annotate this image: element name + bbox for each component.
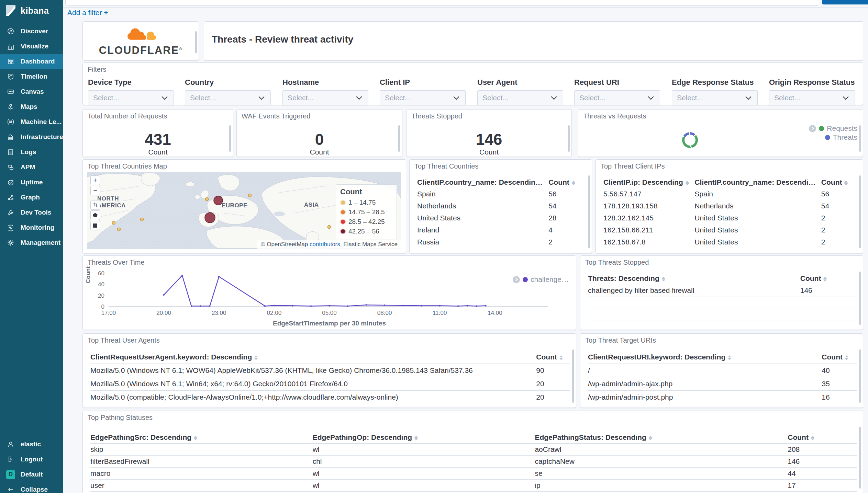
sidebar-item-default-space[interactable]: D Default <box>0 467 63 482</box>
sidebar-item-monitoring[interactable]: Monitoring <box>0 220 63 235</box>
table-row[interactable]: /wp-admin/admin-post.php16 <box>588 391 857 404</box>
legend-toggle-icon[interactable] <box>809 125 816 132</box>
filter-hostname: Hostname Select... <box>282 78 368 105</box>
sort-icon <box>559 355 563 360</box>
table-row[interactable]: Mozilla/5.0 (Windows NT 6.1; WOW64) Appl… <box>90 364 570 377</box>
table-row[interactable]: 162.158.67.8United States2 <box>603 236 857 248</box>
sidebar-item-dev-tools[interactable]: Dev Tools <box>0 205 63 220</box>
sidebar-item-canvas[interactable]: Canvas <box>0 84 63 99</box>
machine-learning-icon <box>6 117 15 126</box>
sidebar-item-logout[interactable]: Logout <box>0 452 63 467</box>
sidebar-item-logs[interactable]: Logs <box>0 145 63 160</box>
legend-dot <box>340 200 346 205</box>
table-row[interactable]: United States28 <box>417 212 586 224</box>
svg-text:60: 60 <box>98 270 104 277</box>
scrollbar[interactable] <box>859 272 861 325</box>
scrollbar[interactable] <box>859 125 861 152</box>
user-agent-select[interactable]: Select... <box>477 90 563 105</box>
table-row[interactable]: filterBasedFirewallchlcaptchaNew146 <box>90 456 857 468</box>
chevron-down-icon <box>162 94 168 100</box>
monitoring-icon <box>6 223 15 232</box>
map-crop-tool-button[interactable] <box>90 200 100 210</box>
sidebar-item-dashboard[interactable]: Dashboard <box>0 54 63 69</box>
metric-value: 431 <box>83 130 233 149</box>
chart-legend: challenged b... <box>513 275 571 284</box>
table-row[interactable]: /40 <box>588 364 857 377</box>
sidebar-item-visualize[interactable]: Visualize <box>0 39 63 54</box>
scrollbar[interactable] <box>859 175 861 248</box>
legend-label[interactable]: Threats <box>833 133 857 141</box>
edge-response-status-select[interactable]: Select... <box>672 90 758 105</box>
table-row[interactable]: Ireland4 <box>417 224 586 236</box>
legend-item: 28.5 – 42.25 <box>340 217 392 227</box>
scrollbar[interactable] <box>588 175 590 248</box>
table-header-row: Threats: Descending Count <box>588 273 857 284</box>
query-bar-remnant[interactable] <box>65 0 819 5</box>
table-row[interactable]: skipwlaoCrawl208 <box>90 444 857 456</box>
origin-response-status-select[interactable]: Select... <box>769 90 855 105</box>
legend-dot <box>340 209 346 215</box>
sidebar-item-apm[interactable]: APM <box>0 160 63 175</box>
attribution-link[interactable]: contributors, <box>310 241 342 248</box>
table-row[interactable]: challenged by filter based firewall146 <box>588 284 857 297</box>
metric-total-requests: Total Number of Requests 431 Count <box>82 109 233 157</box>
map-zoom-out-button[interactable]: − <box>90 186 100 195</box>
table-row[interactable]: 162.158.66.211United States2 <box>603 224 857 236</box>
scrollbar[interactable] <box>398 125 400 152</box>
table-row[interactable]: Mozilla/5.0 (compatible; MSIE 9.0; Windo… <box>90 404 570 408</box>
table-header-row: ClientRequestUserAgent.keyword: Descendi… <box>90 351 570 364</box>
sidebar-item-management[interactable]: Management <box>0 235 63 250</box>
table-row[interactable]: macrowlse44 <box>90 468 857 480</box>
request-uri-select[interactable]: Select... <box>574 90 660 105</box>
legend-label[interactable]: challenged b... <box>531 275 571 284</box>
table-row[interactable]: Russia2 <box>417 236 586 248</box>
sidebar-item-collapse[interactable]: Collapse <box>0 482 63 493</box>
chevron-down-icon <box>356 94 362 100</box>
sort-icon <box>194 436 197 440</box>
table-row[interactable]: Spain56 <box>417 188 586 200</box>
kibana-brand[interactable]: kibana <box>0 0 63 21</box>
table-row[interactable]: /wp-admin/admin-ajax.php35 <box>588 377 857 391</box>
table-row[interactable]: 5.56.57.147Spain56 <box>603 188 857 200</box>
table-row[interactable]: userwlip17 <box>90 480 857 492</box>
scrollbar[interactable] <box>195 31 197 53</box>
table-header-row: EdgePathingSrc: Descending EdgePathingOp… <box>90 432 857 444</box>
map-rectangle-tool-button[interactable] <box>90 221 100 230</box>
table-row[interactable]: Netherlands54 <box>417 200 586 212</box>
scrollbar[interactable] <box>568 125 570 152</box>
map-polygon-tool-button[interactable] <box>90 210 100 220</box>
legend-item: 1 – 14.75 <box>340 198 392 207</box>
client-ip-select[interactable]: Select... <box>380 90 466 105</box>
sidebar-item-timelion[interactable]: Timelion <box>0 69 63 84</box>
legend-toggle-icon[interactable] <box>513 276 520 283</box>
sidebar-item-uptime[interactable]: Uptime <box>0 175 63 190</box>
table-row[interactable]: 178.128.193.158Netherlands54 <box>603 200 857 212</box>
sort-icon <box>662 277 665 282</box>
country-select[interactable]: Select... <box>185 90 271 105</box>
table-row[interactable]: Mozilla/5.0 (Windows NT 6.1; Win64; x64;… <box>90 377 570 391</box>
page-title: Threats - Review threat activity <box>212 34 353 45</box>
sidebar-item-infrastructure[interactable]: Infrastructure <box>0 129 63 145</box>
legend-label[interactable]: Requests <box>827 124 857 133</box>
sidebar-item-maps[interactable]: Maps <box>0 99 63 114</box>
sidebar-item-graph[interactable]: Graph <box>0 190 63 205</box>
scrollbar[interactable] <box>859 427 861 489</box>
sidebar-item-elastic-user[interactable]: elastic <box>0 437 63 452</box>
plus-icon: + <box>104 9 108 16</box>
scrollbar[interactable] <box>572 349 574 403</box>
hostname-select[interactable]: Select... <box>282 90 368 105</box>
sidebar-item-discover[interactable]: Discover <box>0 24 63 39</box>
world-map[interactable]: NORTH AMERICA EUROPE ASIA + − Count 1 – … <box>87 172 401 249</box>
sidebar-item-machine-learning[interactable]: Machine Le... <box>0 114 63 129</box>
logout-icon <box>6 455 15 464</box>
table-row[interactable]: Mozilla/5.0 (compatible; CloudFlare-Alwa… <box>90 391 570 404</box>
table-row[interactable]: /wp-admin/admin-ajax.php?action=update-z… <box>588 404 857 408</box>
map-zoom-in-button[interactable]: + <box>90 175 100 185</box>
threats-vs-requests-panel: Threats vs Requests Requests Threats <box>578 109 863 157</box>
table-row[interactable]: 128.32.162.145United States2 <box>603 212 857 224</box>
update-button-fragment[interactable] <box>822 0 868 4</box>
device-type-select[interactable]: Select... <box>88 90 174 105</box>
add-filter-link[interactable]: Add a filter + <box>67 9 108 17</box>
scrollbar[interactable] <box>229 125 231 152</box>
scrollbar[interactable] <box>859 349 861 403</box>
